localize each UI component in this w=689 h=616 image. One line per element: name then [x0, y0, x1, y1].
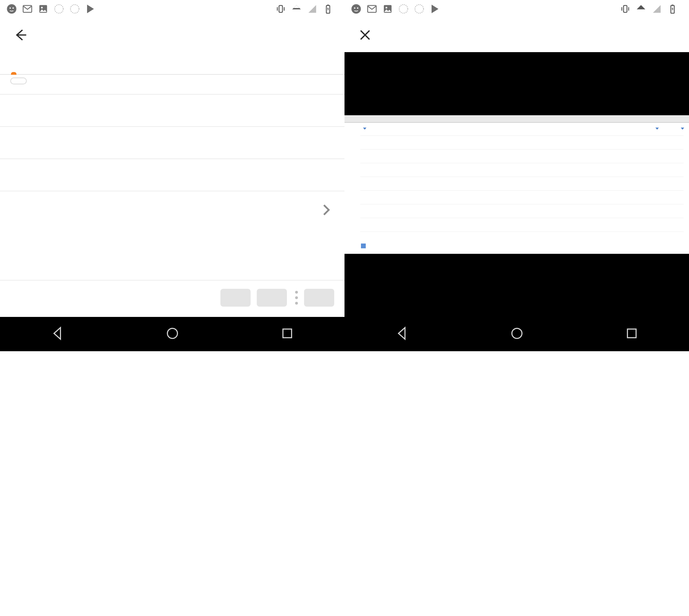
svg-point-7 — [71, 5, 79, 13]
signal-icon — [651, 3, 662, 14]
svg-rect-12 — [283, 329, 291, 337]
circle-icon — [398, 3, 409, 14]
section-source — [0, 94, 344, 126]
battery-charging-icon — [667, 3, 678, 14]
svg-point-1 — [10, 8, 11, 9]
circle-icon — [414, 3, 425, 14]
chevron-down-icon — [655, 128, 659, 130]
page-whitespace — [0, 351, 689, 616]
nav-home-icon[interactable] — [165, 326, 180, 342]
section-attachment[interactable] — [0, 191, 344, 230]
tab-bar — [0, 52, 344, 75]
cloudwatch-panel — [344, 115, 689, 254]
detail-content[interactable] — [0, 75, 344, 280]
chart-toolbar — [344, 125, 689, 132]
svg-point-0 — [7, 4, 16, 14]
nav-back-icon[interactable] — [395, 326, 409, 342]
svg-point-5 — [41, 7, 43, 9]
viewer-app-bar — [344, 18, 689, 52]
status-bar — [344, 0, 689, 18]
gmail-icon — [366, 3, 377, 14]
action-bar — [0, 280, 344, 317]
battery-charging-icon — [323, 3, 334, 14]
tab-logs[interactable] — [55, 59, 82, 74]
nav-recent-icon[interactable] — [625, 326, 639, 342]
svg-rect-25 — [627, 329, 636, 337]
play-store-icon — [85, 3, 96, 14]
chevron-right-icon — [319, 203, 333, 217]
svg-point-13 — [351, 4, 361, 14]
vibrate-icon — [620, 3, 631, 14]
chevron-down-icon — [681, 128, 684, 130]
svg-rect-21 — [624, 5, 627, 12]
cpu-chart — [348, 132, 686, 242]
section-alias — [0, 158, 344, 191]
photos-icon — [382, 3, 393, 14]
status-bar — [0, 0, 344, 18]
app-bar — [0, 18, 344, 52]
left-phone-frame — [0, 0, 344, 351]
wifi-icon — [636, 3, 646, 14]
svg-point-19 — [399, 5, 408, 13]
play-store-icon — [430, 3, 440, 14]
svg-point-20 — [415, 5, 424, 13]
team-chip[interactable] — [10, 78, 27, 84]
svg-rect-10 — [327, 5, 329, 6]
wifi-icon — [291, 3, 302, 14]
gmail-icon — [22, 3, 33, 14]
tab-notes[interactable] — [27, 59, 55, 74]
nav-recent-icon[interactable] — [280, 326, 294, 342]
close-button[interactable] — [355, 25, 375, 45]
close-alert-button[interactable] — [257, 289, 287, 307]
nav-back-icon[interactable] — [50, 326, 65, 342]
circle-icon — [69, 3, 80, 14]
cloudwatch-title — [344, 115, 689, 123]
svg-point-15 — [357, 8, 358, 9]
other-actions-button[interactable] — [304, 289, 334, 307]
svg-point-18 — [386, 7, 387, 9]
svg-point-24 — [512, 328, 522, 338]
signal-icon — [307, 3, 318, 14]
ack-button[interactable] — [220, 289, 251, 307]
image-viewer[interactable] — [344, 52, 689, 317]
svg-point-14 — [354, 8, 355, 9]
svg-point-6 — [55, 5, 63, 13]
android-nav-bar — [344, 317, 689, 351]
chevron-down-icon — [363, 128, 366, 130]
time-range-dropdown[interactable] — [654, 128, 659, 130]
svg-point-11 — [167, 328, 177, 338]
more-icon[interactable] — [293, 291, 298, 305]
svg-point-2 — [12, 8, 14, 9]
period-dropdown[interactable] — [679, 128, 684, 130]
legend-swatch — [361, 244, 366, 248]
photos-icon — [38, 3, 49, 14]
svg-rect-23 — [672, 5, 674, 6]
chart-legend — [344, 242, 689, 252]
android-nav-bar — [0, 317, 344, 351]
section-integration — [0, 126, 344, 158]
vibrate-icon — [275, 3, 286, 14]
svg-rect-8 — [279, 5, 282, 12]
right-phone-frame — [344, 0, 689, 351]
circle-icon — [53, 3, 64, 14]
nav-home-icon[interactable] — [510, 326, 524, 342]
face-icon — [6, 3, 17, 14]
tab-recipient-states[interactable] — [82, 59, 110, 74]
face-icon — [351, 3, 362, 14]
statistic-dropdown[interactable] — [362, 128, 366, 130]
tab-detail[interactable] — [0, 59, 27, 74]
back-button[interactable] — [10, 25, 31, 45]
